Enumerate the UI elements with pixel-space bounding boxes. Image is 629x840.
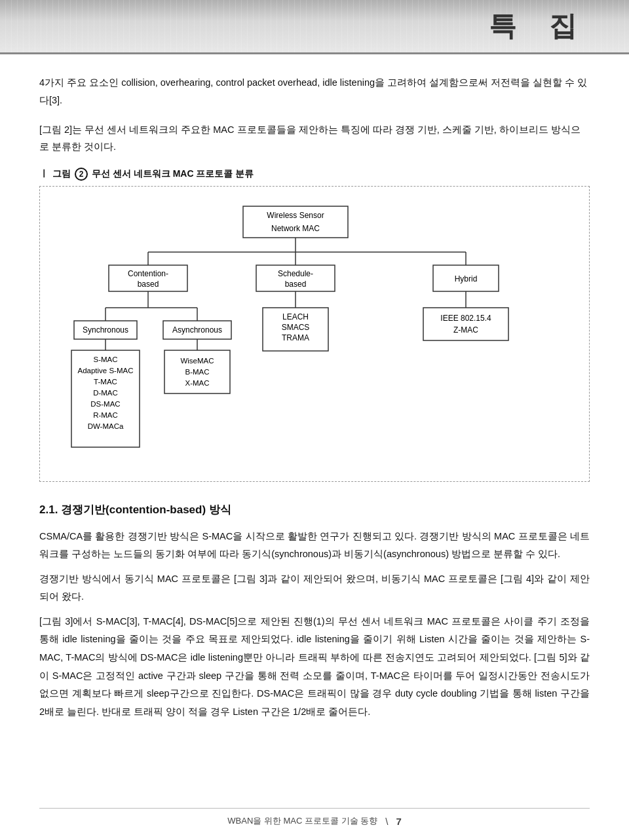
svg-text:based: based [285, 280, 307, 289]
svg-text:Synchronous: Synchronous [83, 325, 128, 335]
svg-text:D-MAC: D-MAC [93, 389, 118, 397]
svg-rect-34 [71, 350, 140, 447]
footer-text: WBAN을 위한 MAC 프로토콜 기술 동향 [227, 815, 377, 827]
svg-text:Contention-: Contention- [128, 269, 168, 278]
svg-rect-22 [423, 308, 508, 340]
main-content: 4가지 주요 요소인 collision, overhearing, contr… [0, 54, 629, 767]
footer-page: 7 [396, 816, 401, 827]
figure-caption-text: 무선 센서 네트워크 MAC 프로토콜 분류 [92, 168, 254, 180]
top-header: 특 집 [0, 0, 629, 52]
svg-text:Hybrid: Hybrid [455, 274, 478, 283]
svg-text:Asynchronous: Asynchronous [172, 325, 222, 335]
body-para3: [그림 3]에서 S-MAC[3], T-MAC[4], DS-MAC[5]으로… [39, 613, 590, 721]
figure-number: 2 [75, 168, 88, 181]
svg-text:SMACS: SMACS [282, 323, 310, 332]
svg-text:IEEE 802.15.4: IEEE 802.15.4 [440, 314, 491, 323]
page-footer: WBAN을 위한 MAC 프로토콜 기술 동향 \ 7 [39, 808, 590, 827]
svg-text:Z-MAC: Z-MAC [453, 325, 478, 335]
svg-text:Wireless Sensor: Wireless Sensor [267, 211, 324, 220]
svg-text:X-MAC: X-MAC [185, 379, 209, 387]
header-title: 특 집 [489, 8, 590, 45]
svg-text:TRAMA: TRAMA [282, 333, 309, 342]
svg-text:Network MAC: Network MAC [271, 224, 320, 233]
diagram-box: Wireless Sensor Network MAC Contention- … [39, 186, 590, 482]
svg-text:LEACH: LEACH [282, 312, 309, 321]
svg-text:S-MAC: S-MAC [93, 356, 117, 363]
figure-label-prefix: ㅣ [39, 168, 48, 180]
body-para2: 경쟁기반 방식에서 동기식 MAC 프로토콜은 [그림 3]과 같이 제안되어 … [39, 570, 590, 606]
svg-text:DS-MAC: DS-MAC [90, 400, 120, 408]
body-para1: CSMA/CA를 활용한 경쟁기반 방식은 S-MAC을 시작으로 활발한 연구… [39, 528, 590, 564]
tree-diagram-svg: Wireless Sensor Network MAC Contention- … [47, 200, 584, 462]
svg-text:Schedule-: Schedule- [278, 269, 313, 278]
figure-caption: ㅣ 그림 2 무선 센서 네트워크 MAC 프로토콜 분류 [39, 168, 590, 181]
section-heading: 2.1. 경쟁기반(contention-based) 방식 [39, 502, 590, 519]
intro-para2: [그림 2]는 무선 센서 네트워크의 주요한 MAC 프로토콜들을 제안하는 … [39, 121, 590, 156]
figure-label: 그림 [52, 168, 71, 180]
svg-text:T-MAC: T-MAC [94, 378, 117, 386]
svg-text:R-MAC: R-MAC [93, 411, 118, 419]
intro-para1: 4가지 주요 요소인 collision, overhearing, contr… [39, 74, 590, 109]
svg-text:WiseMAC: WiseMAC [180, 357, 214, 365]
section-number: 2.1. [39, 503, 58, 516]
svg-text:based: based [138, 280, 159, 289]
svg-text:B-MAC: B-MAC [185, 368, 209, 376]
svg-text:Adaptive S-MAC: Adaptive S-MAC [77, 367, 133, 374]
footer-separator: \ [385, 816, 388, 827]
svg-text:DW-MACa: DW-MACa [88, 422, 124, 430]
section-title: 경쟁기반(contention-based) 방식 [61, 503, 231, 516]
